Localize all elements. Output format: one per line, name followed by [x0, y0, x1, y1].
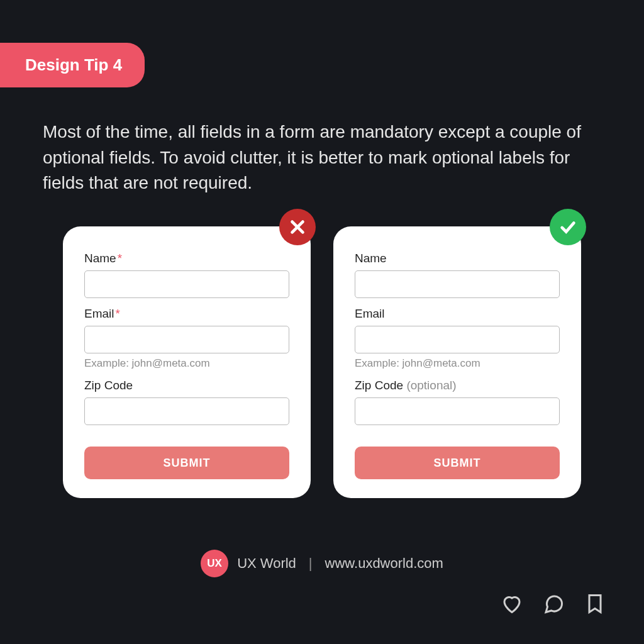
brand-logo: UX — [201, 550, 228, 577]
email-label: Email — [355, 307, 560, 321]
example-cards: Name* Email* Example: john@meta.com Zip … — [63, 226, 581, 498]
email-input[interactable] — [84, 326, 289, 353]
zip-input[interactable] — [84, 397, 289, 425]
optional-hint: (optional) — [406, 379, 456, 392]
brand-name: UX World — [237, 555, 296, 572]
heart-icon[interactable] — [501, 592, 523, 615]
submit-button[interactable]: SUBMIT — [355, 447, 560, 479]
email-label: Email* — [84, 307, 289, 321]
comment-icon[interactable] — [542, 592, 565, 615]
name-input[interactable] — [84, 270, 289, 298]
field-email: Email Example: john@meta.com — [355, 307, 560, 370]
field-name: Name — [355, 252, 560, 298]
social-actions — [501, 592, 606, 615]
zip-input[interactable] — [355, 397, 560, 425]
check-icon — [550, 209, 586, 245]
footer-separator: | — [309, 555, 313, 572]
email-helper: Example: john@meta.com — [355, 357, 560, 370]
required-asterisk: * — [116, 307, 120, 320]
footer-credit: UX UX World | www.uxdworld.com — [0, 550, 644, 577]
card-wrong: Name* Email* Example: john@meta.com Zip … — [63, 226, 311, 498]
bookmark-icon[interactable] — [584, 592, 606, 615]
name-label: Name* — [84, 252, 289, 265]
zip-label: Zip Code (optional) — [355, 379, 560, 392]
field-zip: Zip Code (optional) — [355, 379, 560, 425]
email-input[interactable] — [355, 326, 560, 353]
cross-icon — [279, 209, 316, 245]
name-label: Name — [355, 252, 560, 265]
required-asterisk: * — [118, 252, 122, 265]
brand-url: www.uxdworld.com — [325, 555, 443, 572]
name-input[interactable] — [355, 270, 560, 298]
card-right: Name Email Example: john@meta.com Zip Co… — [333, 226, 581, 498]
tip-badge: Design Tip 4 — [0, 43, 145, 87]
zip-label: Zip Code — [84, 379, 289, 392]
email-helper: Example: john@meta.com — [84, 357, 289, 370]
tip-description: Most of the time, all fields in a form a… — [43, 119, 601, 196]
field-zip: Zip Code — [84, 379, 289, 425]
field-name: Name* — [84, 252, 289, 298]
submit-button[interactable]: SUBMIT — [84, 447, 289, 479]
field-email: Email* Example: john@meta.com — [84, 307, 289, 370]
